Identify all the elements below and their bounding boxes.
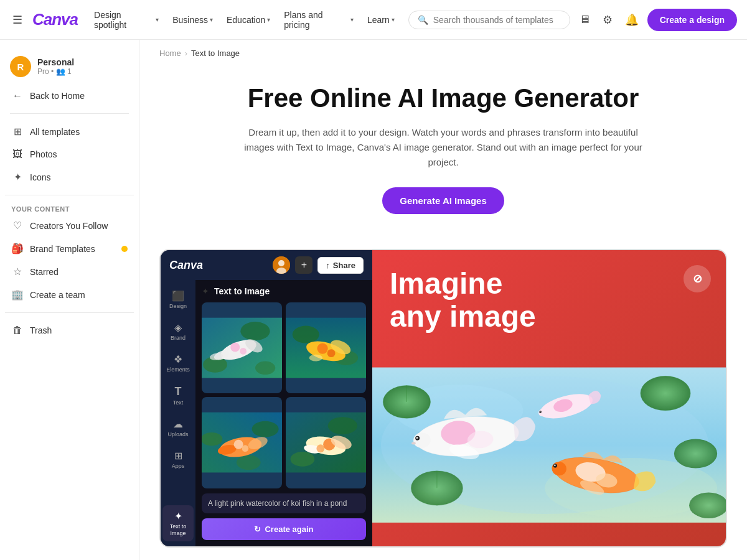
chevron-down-icon: ▾ (267, 16, 270, 23)
search-box[interactable]: 🔍 (408, 11, 570, 29)
prompt-box: A light pink watercolor of koi fish in a… (202, 493, 366, 514)
t2i-icon: ✦ (202, 286, 209, 296)
share-button[interactable]: ↑ Share (317, 257, 364, 274)
sidebar-divider-2 (5, 195, 134, 195)
svg-point-10 (240, 348, 247, 355)
editor-panel: Canva + ↑ (161, 250, 372, 546)
user-section: R Personal Pro • 👥 1 (0, 50, 139, 85)
nav-learn[interactable]: Learn ▾ (361, 11, 401, 29)
monitor-icon[interactable]: 🖥 (575, 9, 594, 30)
sidebar-main-section: ← Back to Home ⊞ All templates 🖼 Photos … (0, 85, 139, 189)
top-navigation: ☰ Canva Design spotlight ▾ Business ▾ Ed… (0, 0, 747, 40)
nav-education[interactable]: Education ▾ (220, 11, 276, 29)
apps-icon: ⊞ (174, 450, 182, 462)
tool-elements[interactable]: ❖ Elements (162, 348, 194, 378)
svg-point-36 (316, 445, 324, 453)
design-icon: ⬛ (172, 290, 184, 302)
breadcrumb: Home › Text to Image (139, 40, 747, 58)
svg-point-5 (240, 322, 270, 341)
text-icon: T (175, 385, 182, 398)
sidebar-back-home[interactable]: ← Back to Home (5, 85, 134, 107)
svg-point-1 (278, 260, 284, 266)
brand-icon: 🎒 (11, 243, 24, 254)
nav-design-spotlight[interactable]: Design spotlight ▾ (88, 6, 165, 34)
templates-icon: ⊞ (11, 126, 24, 138)
chevron-down-icon: ▾ (210, 16, 213, 23)
t2i-panel: ✦ Text to Image (195, 280, 372, 546)
svg-point-27 (234, 440, 243, 449)
create-design-button[interactable]: Create a design (647, 9, 737, 31)
t2i-tool-icon: ✦ (174, 510, 182, 522)
t2i-title: Text to Image (214, 286, 270, 296)
sidebar-item-starred[interactable]: ☆ Starred (5, 260, 134, 283)
page-wrapper: R Personal Pro • 👥 1 ← Back to Home ⊞ Al… (0, 0, 747, 560)
tool-design[interactable]: ⬛ Design (162, 285, 194, 314)
generate-ai-images-button[interactable]: Generate AI Images (382, 187, 504, 214)
uploads-icon: ☁ (173, 418, 183, 430)
add-button[interactable]: + (295, 256, 312, 274)
page-title: Free Online AI Image Generator (159, 83, 727, 114)
svg-point-20 (309, 355, 323, 362)
chevron-down-icon: ▾ (156, 16, 159, 23)
canva-logo[interactable]: Canva (32, 10, 78, 29)
hamburger-menu[interactable]: ☰ (10, 11, 25, 29)
hero-section: Free Online AI Image Generator Dream it … (139, 58, 747, 234)
svg-point-24 (237, 455, 261, 470)
tool-apps[interactable]: ⊞ Apps (162, 445, 194, 474)
svg-point-23 (252, 421, 279, 437)
imagine-title: Imagineany image (390, 268, 708, 334)
search-input[interactable] (433, 15, 561, 25)
settings-icon[interactable]: ⚙ (599, 9, 616, 30)
svg-point-6 (255, 362, 275, 375)
koi-scene (372, 343, 726, 546)
tool-brand[interactable]: ◈ Brand (162, 317, 194, 346)
avatar: R (10, 56, 31, 77)
tool-uploads[interactable]: ☁ Uploads (162, 413, 194, 442)
fish-image-3 (202, 397, 282, 488)
icons-icon: ✦ (11, 171, 24, 183)
sidebar-item-brand-templates[interactable]: 🎒 Brand Templates (5, 237, 134, 260)
fish-image-4 (286, 397, 366, 488)
editor-user-avatar (273, 256, 290, 274)
editor-canva-logo: Canva (169, 259, 203, 272)
trash-section: 🗑 Trash (0, 319, 139, 342)
chevron-down-icon: ▾ (350, 16, 354, 23)
sidebar: R Personal Pro • 👥 1 ← Back to Home ⊞ Al… (0, 40, 139, 560)
svg-point-28 (242, 446, 249, 452)
svg-point-32 (328, 418, 357, 435)
notification-icon[interactable]: 🔔 (621, 9, 642, 30)
sidebar-item-templates[interactable]: ⊞ All templates (5, 120, 134, 143)
sidebar-divider (10, 113, 129, 114)
imagine-top: Imagineany image ⊘ (372, 250, 726, 343)
your-content-section: Your Content ♡ Creators You Follow 🎒 Bra… (0, 202, 139, 306)
tool-text-to-image[interactable]: ✦ Text to Image (162, 505, 194, 542)
create-again-button[interactable]: ↻ Create again (202, 518, 366, 540)
sidebar-item-photos[interactable]: 🖼 Photos (5, 143, 134, 166)
nav-business[interactable]: Business ▾ (166, 11, 219, 29)
svg-point-17 (317, 343, 328, 354)
your-content-label: Your Content (5, 202, 134, 214)
svg-point-9 (230, 343, 240, 352)
elements-icon: ❖ (174, 353, 182, 365)
nav-links: Design spotlight ▾ Business ▾ Education … (88, 6, 401, 34)
sidebar-item-trash[interactable]: 🗑 Trash (5, 319, 134, 342)
tool-text[interactable]: T Text (162, 380, 194, 411)
star-icon: ☆ (11, 266, 24, 278)
arrow-left-icon: ← (11, 90, 24, 101)
photos-icon: 🖼 (11, 149, 24, 160)
sidebar-item-create-team[interactable]: 🏢 Create a team (5, 283, 134, 306)
preview-card: Canva + ↑ (159, 249, 727, 548)
main-content: Home › Text to Image Free Online AI Imag… (139, 40, 747, 560)
search-icon: 🔍 (418, 15, 428, 25)
preview-area: Canva + ↑ (139, 234, 747, 560)
fish-image-1 (202, 302, 282, 393)
breadcrumb-separator: › (185, 49, 187, 58)
team-icon: 🏢 (11, 289, 24, 301)
breadcrumb-home[interactable]: Home (159, 49, 181, 58)
sidebar-item-creators-follow[interactable]: ♡ Creators You Follow (5, 214, 134, 237)
user-name: Personal (37, 57, 74, 67)
sidebar-item-icons[interactable]: ✦ Icons (5, 166, 134, 189)
editor-header-right: + ↑ Share (273, 256, 364, 274)
nav-plans-pricing[interactable]: Plans and pricing ▾ (278, 6, 360, 34)
trash-icon: 🗑 (11, 325, 24, 336)
